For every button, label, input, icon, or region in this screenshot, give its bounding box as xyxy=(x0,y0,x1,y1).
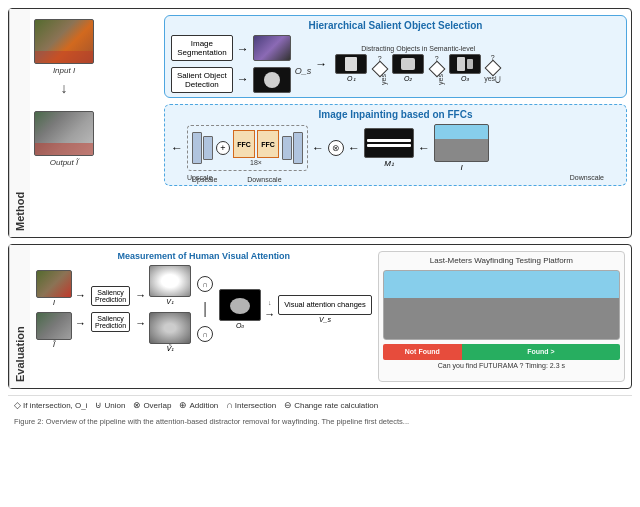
decision2: ? yes xyxy=(427,55,446,83)
flow-boxes: ImageSegmentation Salient ObjectDetectio… xyxy=(171,35,233,93)
obj3-group: O₃ xyxy=(449,54,481,83)
eval-right-title: Last-Meters Wayfinding Testing Platform xyxy=(383,256,620,266)
obj2-img xyxy=(392,54,424,74)
hsos-title: Hierarchical Salient Object Selection xyxy=(171,20,620,31)
obj3-img xyxy=(449,54,481,74)
obj1-img xyxy=(335,54,367,74)
mask-group: M₁ xyxy=(364,128,414,168)
saliency-col: SaliencyPrediction SaliencyPrediction xyxy=(91,286,130,332)
o0-img xyxy=(219,289,261,321)
obj1-group: O₁ xyxy=(335,54,367,83)
decision3: ? yes⋃ xyxy=(484,54,501,83)
main-container: Method Input I ↓ Output Ĩ Hierarc xyxy=(0,0,640,438)
legend-text-4: Intersection xyxy=(235,401,276,410)
inp-arrow2: ← xyxy=(312,141,324,155)
saliency-results-col: V₁ Ṽ₁ xyxy=(149,265,191,353)
vert-line: ↓ xyxy=(268,299,272,306)
legend: ◇ If intersection, O_i ⊍ Union ⊗ Overlap… xyxy=(8,395,632,414)
eval-input-i: I xyxy=(36,270,72,306)
hsos-block: Hierarchical Salient Object Selection Im… xyxy=(164,15,627,98)
visual-attn-box: Visual attention changes xyxy=(278,295,372,315)
eval-arrow3: → xyxy=(135,289,146,301)
method-section: Method Input I ↓ Output Ĩ Hierarc xyxy=(8,8,632,238)
obj1-label: O₁ xyxy=(347,75,355,83)
arrow1: → xyxy=(237,42,249,56)
legend-item-3: ⊕ Addition xyxy=(179,400,218,410)
legend-item-5: ⊖ Change rate calculation xyxy=(284,400,378,410)
obj-row: O₁ ? yes xyxy=(335,54,501,83)
inp-arrow4: ← xyxy=(418,141,430,155)
vitilde-img xyxy=(149,312,191,344)
caption: Figure 2: Overview of the pipeline with … xyxy=(8,414,632,430)
eval-flow: I Ĩ → → SaliencyPrediction xyxy=(36,265,372,353)
input-image xyxy=(34,19,94,64)
diamond-icon: ◇ xyxy=(14,400,21,410)
change-rate-icon: ⊖ xyxy=(284,400,292,410)
upscale-label: Upscale xyxy=(192,176,217,183)
eval-arrow1: → xyxy=(75,289,86,301)
hsos-right: Distracting Objects in Semantic-level O₁ xyxy=(335,45,501,83)
o0-group: O₀ xyxy=(219,289,261,330)
scene-img xyxy=(434,124,489,162)
eval-left: Measurement of Human Visual Attention I … xyxy=(36,251,372,382)
eval-i-label: I xyxy=(53,299,55,306)
eval-right: Last-Meters Wayfinding Testing Platform … xyxy=(378,251,625,382)
salient-obj-box: Salient ObjectDetection xyxy=(171,67,233,93)
dec2 xyxy=(293,132,303,164)
not-found-label: Not Found xyxy=(383,344,462,360)
decoder xyxy=(282,132,303,164)
otimes-symbol: ⊗ xyxy=(328,140,344,156)
vert-connector: | xyxy=(203,300,207,318)
eval-input-itilde: Ĩ xyxy=(36,312,72,348)
circle-ops-col: ∩ | ∩ xyxy=(197,276,213,342)
subtract-col: ↓ → xyxy=(264,299,275,320)
eval-label: Evaluation xyxy=(9,245,30,388)
salient-thumb xyxy=(253,67,291,93)
legend-text-3: Addition xyxy=(189,401,218,410)
addition-icon: ⊕ xyxy=(179,400,187,410)
thumb-col xyxy=(253,35,291,93)
left-images: Input I ↓ Output Ĩ xyxy=(34,19,94,167)
enc1 xyxy=(192,132,202,164)
can-you-find: Can you find FUTURAMA ? Timing: 2.3 s xyxy=(383,362,620,369)
circle-op1: ∩ xyxy=(197,276,213,292)
flow-arrows: → → xyxy=(237,42,249,86)
eval-title: Measurement of Human Visual Attention xyxy=(36,251,372,261)
method-content: Input I ↓ Output Ĩ Hierarchical Salient … xyxy=(30,9,631,237)
found-bar: Not Found Found > xyxy=(383,344,620,360)
eval-arrow2: → xyxy=(75,317,86,329)
scene-group: I xyxy=(434,124,489,172)
v1-label: V₁ xyxy=(166,298,174,306)
obj2-group: O₂ xyxy=(392,54,424,83)
enc2 xyxy=(203,136,213,160)
flow-arrows-col1: → → xyxy=(75,289,86,329)
v1-group: V₁ xyxy=(149,265,191,306)
diamond3 xyxy=(484,60,501,77)
hsos-inner: ImageSegmentation Salient ObjectDetectio… xyxy=(171,35,620,93)
distracting-title: Distracting Objects in Semantic-level xyxy=(335,45,501,52)
inpainting-inner: ← + xyxy=(171,124,620,172)
eval-arrow5: → xyxy=(264,308,275,320)
legend-text-2: Overlap xyxy=(143,401,171,410)
sum-symbol: + xyxy=(216,141,230,155)
repeat-label: 18× xyxy=(233,159,279,166)
eval-itilde-img xyxy=(36,312,72,340)
method-label: Method xyxy=(9,9,30,237)
input-label: Input I xyxy=(53,66,75,75)
image-seg-box: ImageSegmentation xyxy=(171,35,233,61)
legend-item-2: ⊗ Overlap xyxy=(133,400,171,410)
inp-arrow1: ← xyxy=(171,141,183,155)
ffc-row: FFC FFC xyxy=(233,130,279,158)
ffc1: FFC xyxy=(233,130,255,158)
down-arrow: ↓ xyxy=(61,80,68,96)
ffc2: FFC xyxy=(257,130,279,158)
legend-item-4: ∩ Intersection xyxy=(226,400,276,410)
arrow3: → xyxy=(315,57,327,71)
vitilde-label: Ṽ₁ xyxy=(166,345,174,353)
hsos-area: Hierarchical Salient Object Selection Im… xyxy=(104,15,627,186)
v1-img xyxy=(149,265,191,297)
os-label: O_s xyxy=(295,66,312,76)
network-block: + FFC FFC 18× xyxy=(187,125,308,171)
inp-arrow3: ← xyxy=(348,141,360,155)
visual-attn-group: Visual attention changes V_s xyxy=(278,295,372,323)
